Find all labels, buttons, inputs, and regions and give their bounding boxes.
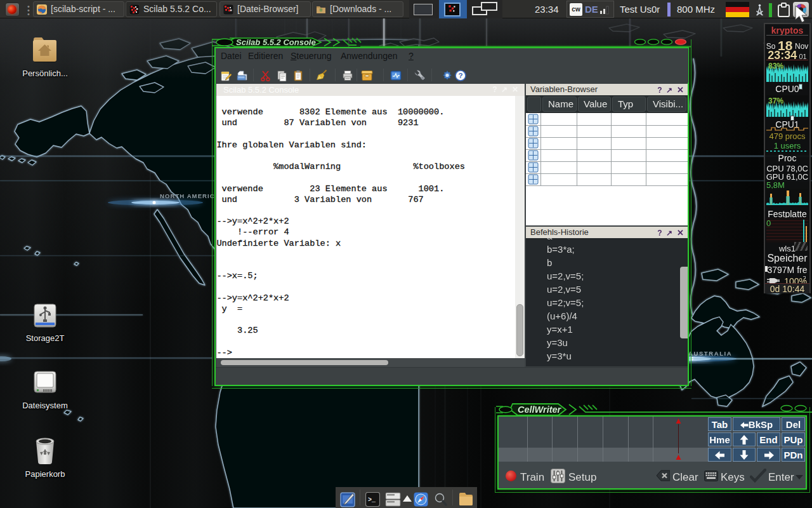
svg-text:Scilab 5.5.2 Console: Scilab 5.5.2 Console	[236, 37, 316, 47]
svg-text:CellWriter: CellWriter	[518, 404, 562, 415]
svg-text:83%: 83%	[768, 62, 783, 70]
svg-text:37%: 37%	[768, 97, 783, 105]
svg-text:?: ?	[458, 72, 462, 79]
svg-text:AUSTRALIA: AUSTRALIA	[688, 350, 732, 357]
svg-text:NORTH AMERICA: NORTH AMERICA	[160, 192, 220, 199]
svg-text:>_: >_	[368, 497, 376, 504]
